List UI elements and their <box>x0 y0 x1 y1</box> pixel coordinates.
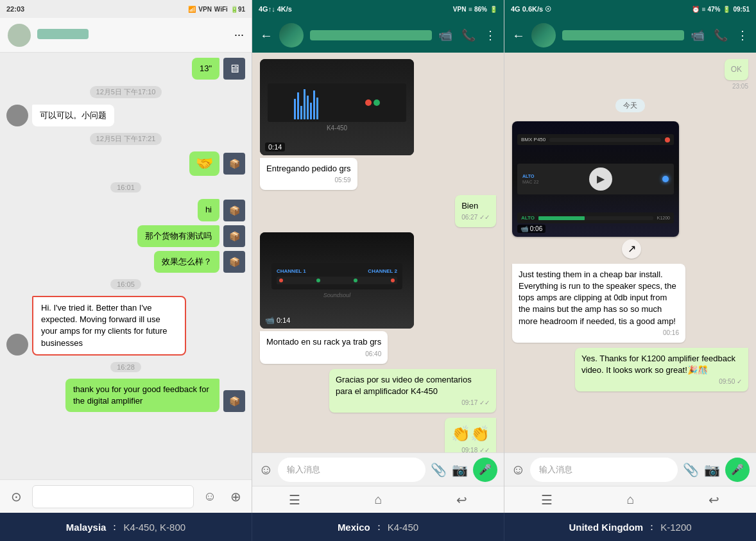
chat-body-1: 13" 🖥 12月5日 下午17:10 可以可以。小问题 12月5日 下午17:… <box>0 53 252 479</box>
input-bar-2: ☺ 输入消息 📎 📷 🎤 <box>252 452 504 486</box>
attach-btn-2[interactable]: 📎 <box>431 462 447 477</box>
duration-3: 📹 0:06 <box>517 225 546 233</box>
chat-header-3: ← 📹 📞 ⋮ <box>504 18 756 53</box>
vpn-label-1: VPN <box>198 6 212 13</box>
chat-header-1: ··· <box>0 18 252 53</box>
msg-row-thankyou: thank you for your good feedback for the… <box>6 379 245 412</box>
mic-btn-3[interactable]: 🎤 <box>725 458 750 482</box>
panel-uk: 4G 0.6K/s ☉ ⏰ ≡ 47% 🔋 09:51 ← 📹 📞 ⋮ <box>504 0 756 513</box>
bubble-thankyou: thank you for your good feedback for the… <box>65 379 219 412</box>
ts-4: 16:05 <box>110 279 141 289</box>
msg-text-testing: Just testing them in a cheap bar install… <box>519 269 679 327</box>
recv-avatar-1 <box>6 105 28 126</box>
ts-3: 16:01 <box>110 182 141 193</box>
bottom-label-mexico: Mexico ： K4-450 <box>252 513 504 541</box>
panel-mexico: 4G↑↓ 4K/s VPN ≡ 86% 🔋 ← 📹 📞 ⋮ <box>252 0 504 513</box>
nav-back-3[interactable]: ↩ <box>709 492 719 508</box>
camera-btn-3[interactable]: 📷 <box>704 462 720 477</box>
time-2: 4G↑↓ 4K/s <box>259 5 292 13</box>
country-uk: United Kingdom <box>569 522 643 533</box>
input-placeholder-2: 输入消息 <box>287 464 320 476</box>
wa-bubble-long: Just testing them in a cheap bar install… <box>512 264 685 343</box>
wa-prev-sent: OK 23:05 <box>512 59 748 90</box>
share-btn-3[interactable]: ↗ <box>622 239 641 259</box>
ts-2: 12月5日 下午17:21 <box>90 133 162 145</box>
attach-btn-3[interactable]: 📎 <box>683 462 699 477</box>
recv-avatar-2 <box>6 334 28 356</box>
video-thumb-1: K4-450 ▶ 0:14 <box>260 59 414 155</box>
bubble-effect: 效果怎么样？ <box>154 251 219 273</box>
msg-row-highlighted: Hi. I've tried it. Better than I've expe… <box>6 296 245 356</box>
header-icons-2: 📹 📞 ⋮ <box>438 28 496 42</box>
wa-bubble-bien: Bien 06:27 ✓✓ <box>455 195 496 227</box>
emoji-btn-3[interactable]: ☺ <box>511 461 525 478</box>
camera-btn-2[interactable]: 📷 <box>452 462 468 477</box>
input-bar-3: ☺ 输入消息 📎 📷 🎤 <box>504 452 756 486</box>
handshake-emoji: 🤝 <box>189 151 219 176</box>
more-icon-3[interactable]: ⋮ <box>737 28 748 42</box>
today-label-3: 今天 <box>615 99 645 112</box>
thumb-6: 📦 <box>223 390 245 412</box>
country-mexico: Mexico <box>338 522 370 533</box>
wa-time-gracias: 09:17 ✓✓ <box>336 399 490 408</box>
wifi-icon-3: ≡ 47% <box>702 6 721 13</box>
input-field-2[interactable]: 输入消息 <box>278 458 425 482</box>
call-icon-2[interactable]: 📞 <box>461 28 476 42</box>
voice-icon[interactable]: ⊙ <box>6 487 26 506</box>
wa-received-video-3: BMX P450 ALTO MAC 22 ▶ <box>512 121 748 259</box>
handshake-row: 🤝 📦 <box>6 151 245 176</box>
wechat-input-field[interactable] <box>32 485 194 508</box>
emoji-icon[interactable]: ☺ <box>200 487 219 506</box>
masked-name-3 <box>562 30 684 40</box>
wa-time-thanks: 09:50 ✓ <box>581 377 742 386</box>
msg-text-montado: Montado en su rack ya trab grs <box>266 336 381 348</box>
header-icons-1: ··· <box>234 28 244 42</box>
more-icon-1[interactable]: ··· <box>234 28 244 42</box>
emoji-btn-2[interactable]: ☺ <box>259 461 273 478</box>
mic-btn-2[interactable]: 🎤 <box>473 458 497 482</box>
contact-name-3 <box>562 30 684 40</box>
panel-malaysia: 22:03 📶 VPN WiFi 🔋91 ··· 13" <box>0 0 252 513</box>
nav-menu-3[interactable]: ☰ <box>541 492 553 508</box>
wifi-icon-1: WiFi <box>214 6 228 13</box>
back-icon-3[interactable]: ← <box>512 28 525 43</box>
wechat-input-bar: ⊙ ☺ ⊕ <box>0 479 252 513</box>
input-field-3[interactable]: 输入消息 <box>530 458 678 482</box>
wa-time-2: 06:40 <box>266 350 381 359</box>
more-icon-2[interactable]: ⋮ <box>485 28 496 42</box>
msg-text-1: 13" <box>200 63 212 74</box>
msg-row-recv-1: 可以可以。小问题 <box>6 105 245 126</box>
video-call-icon-3[interactable]: 📹 <box>691 28 705 42</box>
colon-uk: ： <box>647 521 657 533</box>
wa-received-video-1: K4-450 ▶ 0:14 Entregando pedido grs 05:5… <box>260 59 496 190</box>
back-icon-2[interactable]: ← <box>260 28 273 43</box>
bottom-label-malaysia: Malaysia ： K4-450, K-800 <box>0 513 252 541</box>
video-call-icon-2[interactable]: 📹 <box>438 28 452 42</box>
contact-name-1 <box>37 29 228 42</box>
camera-icon-2: 📹 0:14 <box>265 316 290 325</box>
avatar-2 <box>279 23 304 47</box>
time-3: 4G 0.6K/s ☉ <box>511 5 551 13</box>
call-icon-3[interactable]: 📞 <box>714 28 728 42</box>
wa-bubble-gracias: Gracias por su video de comentarios para… <box>329 369 496 413</box>
masked-name-1 <box>37 29 89 39</box>
bubble-hi: hi <box>198 199 219 221</box>
nav-home-2[interactable]: ⌂ <box>374 492 382 507</box>
ts-5: 16:28 <box>110 362 141 372</box>
wa-sent-gracias: Gracias por su video de comentarios para… <box>260 369 496 413</box>
chat-body-3: OK 23:05 今天 BMX P450 <box>504 53 756 452</box>
wa-bubble-thanks: Yes. Thanks for K1200 amplifier feedback… <box>575 348 748 391</box>
nav-home-3[interactable]: ⌂ <box>626 492 634 507</box>
colon-malaysia: ： <box>110 521 119 533</box>
add-icon[interactable]: ⊕ <box>226 487 245 506</box>
nav-back-2[interactable]: ↩ <box>456 492 467 508</box>
panels-container: 22:03 📶 VPN WiFi 🔋91 ··· 13" <box>0 0 756 513</box>
time-1: 22:03 <box>6 5 24 13</box>
products-uk: K-1200 <box>660 522 691 533</box>
wa-time-1: 05:59 <box>266 176 351 185</box>
wa-sent-clap: 👏👏 09:18 ✓✓ <box>260 418 496 452</box>
icons-3: ⏰ ≡ 47% 🔋 09:51 <box>692 6 750 13</box>
nav-menu-2[interactable]: ☰ <box>289 492 300 508</box>
wa-bubble-prev: OK <box>725 59 748 80</box>
thumb-4: 📦 <box>223 225 245 247</box>
